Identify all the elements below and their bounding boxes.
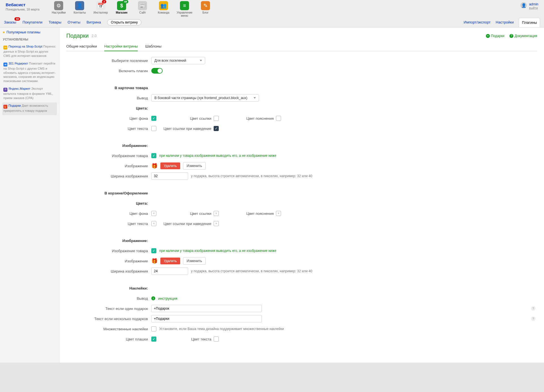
output-select[interactable]: В боковой части страницы (хук frontend_p… [151,94,259,102]
user-name-link[interactable]: admin [529,2,538,6]
app-badge: 2 [102,0,106,3]
bg-color-label-2: Цвет фона [66,211,151,216]
action-gifts[interactable]: +Подарки [486,34,504,38]
app-label: Управление меню [177,11,192,17]
app-инсталлер[interactable]: 📅Инсталлер2 [93,1,109,17]
sidebar-item-icon: ➔ [3,63,7,67]
nav-customers[interactable]: Покупатели [22,20,42,24]
enable-label: Включить плагин [66,69,151,73]
text-color-label-2: Цвет текста [66,222,151,226]
bg-color-swatch-2[interactable] [151,211,156,216]
product-image-checkbox-1[interactable] [151,153,156,158]
settlement-select[interactable]: Для всех поселений [151,57,205,64]
app-блог[interactable]: ✎Блог [197,1,213,17]
sidebar-item-title: 301 Редирект [8,62,28,65]
popular-plugins-link[interactable]: ★ Популярные плагины [2,30,57,34]
sidebar-item-icon: ↪ [3,46,7,50]
text-color-swatch-1[interactable] [151,126,156,131]
instruction-link[interactable]: инструкция [158,296,177,301]
change-image-button-1[interactable]: Изменить [183,162,206,170]
note-color-swatch-1[interactable] [276,116,281,121]
note-color-swatch-2[interactable] [276,211,281,216]
app-label: Команда [158,11,169,14]
output-label-2: Вывод [66,296,151,301]
plugin-tab[interactable]: Шаблоны [145,44,162,51]
hint-icon[interactable]: ? [531,316,536,321]
product-image-label-2: Изображение товара [66,249,151,253]
star-icon: ★ [2,30,5,34]
app-команда[interactable]: 👥Команда [156,1,171,17]
app-магазин[interactable]: $Магазин58 [114,1,129,17]
bg-color-label-1: Цвет фона [66,116,151,121]
plugin-tab[interactable]: Общие настройки [66,44,97,51]
link-color-swatch-2[interactable] [214,211,219,216]
hover-color-label-1: Цвет ссылки при наведение [159,127,211,131]
app-управление меню[interactable]: ≡Управление меню [177,1,192,17]
settlement-label: Выберите поселение [66,59,151,63]
note-color-label-2: Цвет пояснения [222,211,274,216]
image-title-2: Изображение: [66,239,151,243]
nav-orders[interactable]: Заказы59 [4,20,16,24]
enable-toggle[interactable] [151,68,163,74]
text-color-swatch-3[interactable] [214,337,219,342]
width-hint-2: у подарка, высота строится автоматически… [191,269,312,273]
brand-title[interactable]: Вебасист [6,2,39,7]
orders-badge: 59 [14,17,20,21]
one-gift-label: Текст если один подарок [66,307,151,311]
colors-title-1: Цвета: [66,106,151,110]
width-input-2[interactable] [151,267,188,275]
text-color-label-3: Цвет текста [159,337,211,341]
app-сайт[interactable]: 📰Сайт [135,1,150,17]
open-storefront-button[interactable]: Открыть витрину [107,19,141,25]
app-icon-glyph: ⚙ [54,1,63,10]
multi-stickers-checkbox[interactable] [151,326,156,331]
plugin-tab[interactable]: Настройки витрины [104,44,138,51]
product-image-checkbox-2[interactable] [151,248,156,253]
one-gift-input[interactable] [151,305,262,312]
gift-icon: 🎁 [151,258,158,264]
app-icon-glyph: 👤 [75,1,84,10]
sidebar-item[interactable]: ↪Переход на Shop-Script Перенос данных в… [2,43,57,60]
width-hint-1: у подарка, высота строится автоматически… [191,174,312,178]
text-color-swatch-2[interactable] [151,221,156,226]
delete-image-button-1[interactable]: Удалить [160,162,180,169]
action-docs[interactable]: ?Документация [509,34,537,38]
link-color-label-2: Цвет ссылки [159,211,211,216]
app-label: Магазин [116,11,128,14]
link-color-swatch-1[interactable] [214,116,219,121]
app-label: Настройки [52,11,66,14]
hover-color-swatch-1[interactable] [214,126,219,131]
text-color-label-1: Цвет текста [66,127,151,131]
nav-reports[interactable]: Отчеты [68,20,80,24]
app-label: Сайт [139,11,146,14]
multi-gift-input[interactable] [151,315,262,322]
app-icon-glyph: ≡ [180,1,189,10]
app-контакты[interactable]: 👤Контакты [72,1,88,17]
nav-plugins[interactable]: Плагины [519,18,540,27]
multi-gift-label: Текст если несколько подарков [66,317,151,321]
app-label: Контакты [74,11,86,14]
sidebar-item-icon: 🎁 [3,105,7,109]
app-настройки[interactable]: ⚙Настройки [51,1,67,17]
hover-color-swatch-2[interactable] [214,221,219,226]
nav-settings[interactable]: Настройки [496,20,514,24]
sidebar-item[interactable]: ➔301 Редирект Помогает перейти на Shop-S… [2,60,57,85]
hint-icon[interactable]: ? [531,306,536,311]
user-avatar[interactable]: 👤 [520,2,527,8]
bg-color-swatch-1[interactable] [151,116,156,121]
width-input-1[interactable] [151,172,188,180]
nav-storefront[interactable]: Витрина [86,20,101,24]
change-image-button-2[interactable]: Изменить [183,257,206,265]
sidebar-item[interactable]: 🎁Подарки Дает возможность прикреплять к … [2,102,57,115]
image-title-1: Изображение: [66,143,151,148]
plate-color-swatch[interactable] [151,337,156,342]
note-color-label-1: Цвет пояснения [222,116,274,121]
delete-image-button-2[interactable]: Удалить [160,258,180,264]
nav-import-export[interactable]: Импорт/экспорт [464,20,490,24]
logout-link[interactable]: выйти [529,6,538,10]
product-image-desc-2: при наличии у товара изображения выводит… [159,249,276,253]
info-circle-icon: i [151,296,155,300]
output-label: Вывод [66,96,151,100]
nav-products[interactable]: Товары [49,20,61,24]
sidebar-item[interactable]: ЯЯндекс.Маркет Экспорт каталога товаров … [2,85,57,102]
